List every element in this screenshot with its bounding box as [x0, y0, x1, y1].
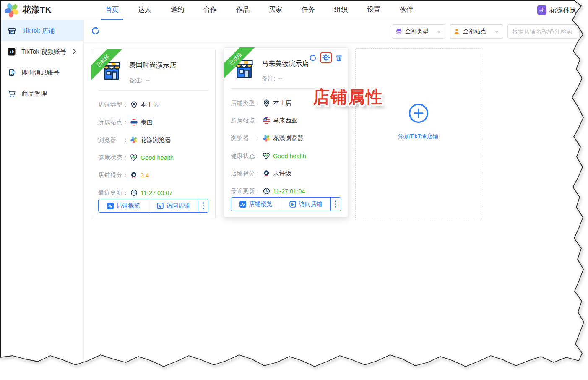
shop-toolbar: 全部类型 全部站点 [84, 20, 588, 42]
app-header: 花漾TK 首页 达人 邀约 合作 作品 买家 任务 组织 设置 伙伴 花 花漾科… [0, 0, 588, 20]
sidebar-item-tiktok-video-accounts[interactable]: Tk TikTok 视频账号 [0, 41, 83, 62]
cart-icon [8, 89, 16, 98]
field-browser: 浏览器 ： 花漾浏览器 [231, 135, 341, 142]
clock-icon [263, 187, 270, 195]
nav-tab-settings[interactable]: 设置 [357, 0, 390, 20]
type-filter-select[interactable]: 全部类型 [392, 24, 445, 39]
brand: 花漾TK [0, 3, 84, 18]
site-person-icon [453, 28, 460, 35]
sidebar-item-tiktok-shop[interactable]: TikTok 店铺 [0, 20, 83, 41]
top-nav: 首页 达人 邀约 合作 作品 买家 任务 组织 设置 伙伴 [96, 0, 423, 20]
filters: 全部类型 全部站点 [392, 24, 580, 39]
sidebar-item-label: 即时消息账号 [22, 69, 60, 77]
more-actions-button[interactable] [330, 198, 341, 211]
field-health: 健康状态： Good health [231, 152, 341, 159]
site-filter-value: 全部站点 [463, 28, 491, 35]
field-updated: 最近更新： 11-27 03:07 [98, 189, 208, 196]
app-title: 花漾TK [23, 4, 52, 16]
nav-tab-influencers[interactable]: 达人 [128, 0, 161, 20]
sidebar-item-label: 商品管理 [22, 90, 47, 98]
health-icon [263, 152, 270, 160]
sidebar: TikTok 店铺 Tk TikTok 视频账号 即时消息账号 [0, 20, 84, 380]
note-value: -- [146, 77, 150, 83]
shop-avatar-icon [232, 56, 256, 81]
pin-icon [263, 99, 270, 107]
flower-icon [98, 136, 106, 144]
note-label: 备注: [129, 77, 143, 83]
medal-icon [130, 172, 138, 179]
sidebar-item-im-accounts[interactable]: 即时消息账号 [0, 62, 83, 83]
shop-title: 马来美妆演示店 [262, 60, 309, 68]
field-updated: 最近更新： 11-27 01:04 [231, 187, 341, 195]
chevron-down-icon [436, 29, 442, 34]
tiktok-icon: Tk [8, 48, 16, 56]
cursor-icon [289, 201, 296, 208]
note-label: 备注: [262, 75, 275, 82]
chevron-right-icon [71, 48, 78, 55]
main-content: 全部类型 全部站点 [84, 20, 588, 380]
nav-tab-partners[interactable]: 伙伴 [390, 0, 423, 20]
user-avatar: 花 [537, 5, 546, 15]
cursor-icon [157, 203, 164, 209]
shop-card-malaysia: 已就绪 [224, 47, 348, 217]
field-site: 所属站点： 泰国 [98, 119, 208, 126]
shop-avatar-icon [100, 58, 123, 83]
add-shop-label: 添加TikTok店铺 [398, 133, 439, 141]
flag-thailand-icon [130, 119, 138, 126]
add-tiktok-shop-panel[interactable]: 添加TikTok店铺 [355, 48, 481, 220]
flag-malaysia-icon [263, 117, 270, 125]
medal-icon [263, 170, 270, 177]
more-actions-button[interactable] [198, 199, 208, 212]
shop-settings-gear-icon[interactable] [320, 52, 332, 63]
field-shop-type: 店铺类型： 本土店 [98, 101, 208, 108]
chevron-down-icon [494, 29, 500, 34]
site-filter-select[interactable]: 全部站点 [450, 24, 503, 39]
shop-card-thailand: 已就绪 泰国时 [91, 49, 216, 219]
nav-tab-organization[interactable]: 组织 [325, 0, 357, 20]
visit-shop-button[interactable]: 访问店铺 [148, 199, 198, 212]
delete-shop-trash-icon[interactable] [335, 54, 343, 62]
shop-overview-button[interactable]: 店铺概览 [231, 198, 281, 211]
health-icon [130, 154, 138, 161]
svg-text:Tk: Tk [9, 49, 14, 54]
layers-icon [395, 28, 402, 35]
shop-search-input[interactable] [507, 24, 580, 39]
chart-icon [107, 203, 114, 209]
storefront-icon [8, 26, 16, 35]
app-logo-flower-icon [4, 3, 19, 18]
sidebar-item-label: TikTok 店铺 [22, 27, 55, 35]
nav-tab-buyers[interactable]: 买家 [259, 0, 292, 20]
type-filter-value: 全部类型 [405, 28, 433, 35]
field-browser: 浏览器 ： 花漾浏览器 [98, 136, 208, 143]
shop-card-list: 已就绪 泰国时 [91, 49, 481, 220]
nav-tab-home[interactable]: 首页 [96, 0, 128, 20]
sidebar-item-product-management[interactable]: 商品管理 [0, 83, 83, 104]
chart-icon [239, 201, 246, 208]
field-score: 店铺得分： 未评级 [231, 170, 341, 177]
refresh-shop-icon[interactable] [309, 54, 317, 62]
shop-title: 泰国时尚演示店 [129, 61, 176, 70]
clock-icon [130, 189, 138, 197]
app-window: 花漾TK 首页 达人 邀约 合作 作品 买家 任务 组织 设置 伙伴 花 花漾科… [0, 0, 588, 380]
visit-shop-button[interactable]: 访问店铺 [281, 198, 330, 211]
flower-icon [130, 136, 138, 144]
nav-tab-tasks[interactable]: 任务 [292, 0, 325, 20]
field-health: 健康状态： Good health [98, 154, 208, 161]
user-name: 花漾科技 [549, 6, 576, 15]
sidebar-item-label: TikTok 视频账号 [21, 48, 66, 56]
shop-overview-button[interactable]: 店铺概览 [99, 199, 148, 212]
flower-icon [263, 135, 270, 142]
pin-icon [130, 101, 138, 109]
field-score: 店铺得分： 3.4 [98, 172, 208, 179]
nav-tab-cooperation[interactable]: 合作 [194, 0, 226, 20]
note-value: -- [278, 75, 282, 82]
field-site: 所属站点： 马来西亚 [231, 117, 341, 124]
user-menu[interactable]: 花 花漾科技 [537, 0, 576, 20]
message-icon [8, 68, 16, 77]
annotation-shop-properties: 店铺属性 [313, 86, 383, 109]
nav-tab-invitations[interactable]: 邀约 [161, 0, 194, 20]
plus-circle-icon [408, 103, 429, 124]
refresh-list-icon[interactable] [91, 26, 100, 36]
nav-tab-works[interactable]: 作品 [226, 0, 259, 20]
